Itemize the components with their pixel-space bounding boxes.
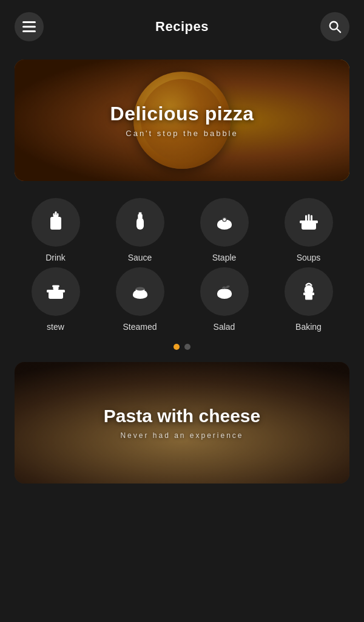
category-staple[interactable]: Staple [183, 198, 265, 262]
svg-rect-9 [55, 211, 56, 216]
svg-rect-5 [50, 217, 61, 230]
steamed-icon [129, 281, 151, 302]
soups-label: Soups [297, 253, 321, 262]
stew-icon-circle [32, 267, 80, 316]
staple-icon [214, 211, 235, 233]
pagination-dots [0, 344, 364, 350]
category-grid: Drink Sauce Sta [10, 198, 354, 332]
search-icon [328, 20, 342, 33]
staple-label: Staple [212, 253, 237, 262]
baking-icon-circle [285, 267, 333, 316]
sauce-icon-circle [116, 198, 164, 247]
salad-label: Salad [214, 322, 235, 332]
svg-line-4 [337, 29, 340, 32]
svg-rect-0 [22, 21, 36, 23]
salad-icon-circle [200, 267, 249, 316]
category-baking[interactable]: Baking [268, 267, 349, 332]
category-soups[interactable]: Soups [268, 198, 349, 262]
search-button[interactable] [320, 12, 349, 41]
category-section: Drink Sauce Sta [0, 198, 364, 332]
svg-rect-24 [52, 285, 59, 287]
svg-rect-2 [22, 30, 36, 32]
app-header: Recipes [0, 0, 364, 53]
pasta-title: Pasta with cheese [104, 406, 260, 426]
baking-icon [298, 281, 320, 302]
svg-rect-16 [302, 222, 316, 230]
stew-label: stew [47, 322, 64, 332]
dot-2[interactable] [184, 344, 190, 350]
staple-icon-circle [200, 198, 249, 247]
pasta-banner[interactable]: Pasta with cheese Never had an experienc… [15, 362, 349, 484]
drink-icon [45, 211, 67, 233]
pasta-subtitle: Never had an experience [120, 431, 243, 440]
drink-label: Drink [46, 253, 66, 262]
category-sauce[interactable]: Sauce [99, 198, 181, 262]
category-stew[interactable]: stew [15, 267, 96, 332]
soups-icon-circle [285, 198, 333, 247]
svg-rect-31 [303, 293, 314, 296]
svg-rect-1 [22, 26, 36, 28]
drink-icon-circle [32, 198, 80, 247]
baking-label: Baking [295, 322, 322, 332]
salad-icon [214, 281, 235, 302]
pasta-overlay: Pasta with cheese Never had an experienc… [15, 362, 349, 484]
dot-1[interactable] [174, 344, 180, 350]
sauce-label: Sauce [128, 253, 152, 262]
svg-point-27 [135, 287, 144, 291]
steamed-icon-circle [116, 267, 164, 316]
category-drink[interactable]: Drink [15, 198, 96, 262]
hero-overlay: Delicious pizza Can't stop the babble [15, 60, 349, 181]
sauce-icon [129, 211, 151, 233]
hero-subtitle: Can't stop the babble [126, 129, 238, 138]
category-steamed[interactable]: Steamed [99, 267, 181, 332]
hero-title: Delicious pizza [110, 103, 254, 125]
svg-rect-21 [49, 292, 63, 299]
svg-rect-12 [138, 213, 141, 216]
menu-button[interactable] [15, 12, 44, 41]
stew-icon [45, 281, 67, 302]
page-title: Recipes [155, 19, 209, 35]
svg-rect-22 [47, 290, 65, 293]
category-salad[interactable]: Salad [183, 267, 265, 332]
menu-icon [22, 21, 36, 32]
soups-icon [298, 211, 320, 233]
hero-banner[interactable]: Delicious pizza Can't stop the babble [15, 60, 349, 181]
steamed-label: Steamed [123, 322, 157, 332]
svg-rect-10 [136, 218, 144, 230]
svg-point-15 [223, 218, 226, 221]
